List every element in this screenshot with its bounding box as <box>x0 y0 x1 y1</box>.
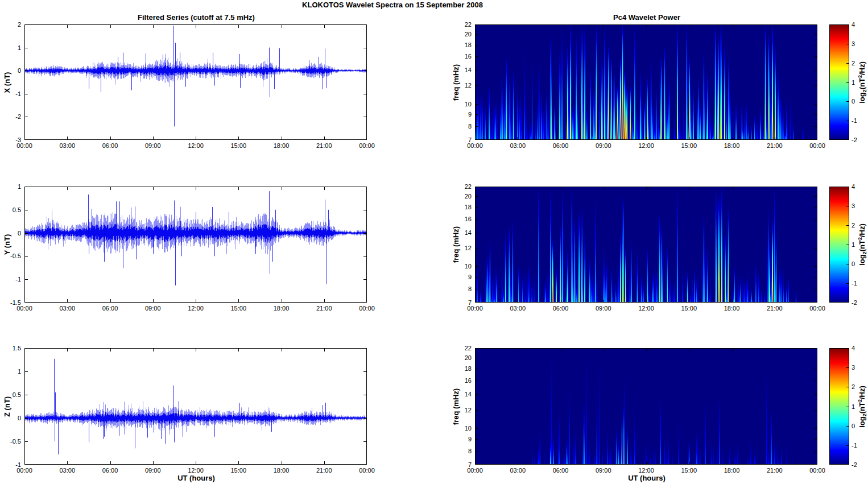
tick-label: 20 <box>460 193 472 200</box>
tick-label: 18 <box>460 204 472 211</box>
tick-label: 15:00 <box>230 142 246 150</box>
tick-label: 2 <box>852 60 855 67</box>
tick-label: 1.5 <box>0 345 21 352</box>
tick-label: 14 <box>460 67 472 74</box>
tick-label: 18:00 <box>724 142 740 150</box>
tick-label: -1 <box>852 442 857 449</box>
tick-label: 22 <box>460 345 472 352</box>
tick-label: 2 <box>0 21 21 28</box>
tick-label: 10 <box>460 425 472 432</box>
tick-label: 0 <box>852 98 855 105</box>
tick-label: 0 <box>852 423 855 430</box>
tick-label: 12 <box>460 245 472 252</box>
tick-label: -2 <box>852 299 857 307</box>
wavelet-x-canvas <box>475 24 817 140</box>
tick-label: 09:00 <box>145 467 161 474</box>
tick-label: 15:00 <box>681 467 697 474</box>
tick-label: 12:00 <box>188 142 204 150</box>
tick-label: 2 <box>852 222 855 229</box>
tick-label: 2 <box>852 383 855 391</box>
tick-label: 0 <box>0 230 21 237</box>
tick-label: -2 <box>852 136 857 144</box>
tick-label: 18 <box>460 365 472 373</box>
tick-label: 12 <box>460 407 472 414</box>
freq-axis-label-y: freq (mHz) <box>452 226 460 263</box>
figure-root: KLOKOTOS Wavelet Spectra on 15 September… <box>0 0 868 484</box>
tick-label: 06:00 <box>553 467 569 474</box>
tick-label: 1 <box>852 403 855 411</box>
left-column-title: Filtered Series (cutoff at 7.5 mHz) <box>138 13 255 22</box>
tick-label: -1 <box>852 117 857 125</box>
tick-label: 3 <box>852 202 855 210</box>
tick-label: 00:00 <box>809 467 825 474</box>
tick-label: -0.5 <box>0 438 21 445</box>
tick-label: 03:00 <box>510 305 526 312</box>
tick-label: 12:00 <box>638 467 654 474</box>
tick-label: 12:00 <box>188 305 204 312</box>
tick-label: -1 <box>0 276 21 283</box>
tick-label: -0.5 <box>0 253 21 260</box>
tick-label: 12 <box>460 82 472 89</box>
tick-label: 21:00 <box>316 142 332 150</box>
tick-label: 12:00 <box>638 305 654 312</box>
tick-label: 12:00 <box>188 467 204 474</box>
tick-label: 8 <box>460 286 472 293</box>
wavelet-z-canvas <box>475 348 817 465</box>
figure-title: KLOKOTOS Wavelet Spectra on 15 September… <box>302 1 483 9</box>
tick-label: 0.5 <box>0 206 21 214</box>
colorbar-label-y: log2(nT2/Hz) <box>857 224 868 266</box>
tick-label: 14 <box>460 391 472 398</box>
tick-label: 18:00 <box>724 467 740 474</box>
tick-label: 8 <box>460 123 472 130</box>
tick-label: 4 <box>852 183 855 191</box>
tick-label: 18:00 <box>724 305 740 312</box>
tick-label: 22 <box>460 183 472 191</box>
colorbar-label-z: log2(nT2/Hz) <box>857 386 868 428</box>
tick-label: 18 <box>460 42 472 49</box>
tick-label: 20 <box>460 31 472 38</box>
tick-label: 7 <box>460 136 472 144</box>
freq-axis-label-z: freq (mHz) <box>452 388 460 425</box>
colorbar-y-canvas <box>829 187 849 303</box>
x-axis-label-right: UT (hours) <box>628 474 666 482</box>
tick-label: 21:00 <box>767 142 783 150</box>
tick-label: 4 <box>852 345 855 352</box>
tick-label: 21:00 <box>316 305 332 312</box>
tick-label: 3 <box>852 40 855 48</box>
tick-label: 1 <box>0 183 21 191</box>
tick-label: 00:00 <box>809 305 825 312</box>
tick-label: 09:00 <box>596 467 611 474</box>
tick-label: 03:00 <box>59 142 75 150</box>
timeseries-y-canvas <box>24 187 367 303</box>
tick-label: 15:00 <box>681 305 697 312</box>
tick-label: 0 <box>0 67 21 75</box>
tick-label: 03:00 <box>510 467 526 474</box>
tick-label: 12:00 <box>638 142 654 150</box>
tick-label: 06:00 <box>102 467 118 474</box>
y-axis-label-y: Y (nT) <box>3 234 11 255</box>
colorbar-label-x: log2(nT2/Hz) <box>857 61 868 104</box>
tick-label: 22 <box>460 21 472 28</box>
tick-label: 8 <box>460 448 472 455</box>
y-axis-label-z: Z (nT) <box>3 396 11 417</box>
y-axis-label-x: X (nT) <box>3 72 11 93</box>
freq-axis-label-x: freq (mHz) <box>452 64 460 101</box>
timeseries-x-canvas <box>24 24 367 140</box>
tick-label: 09:00 <box>145 142 161 150</box>
right-column-title: Pc4 Wavelet Power <box>613 13 680 22</box>
tick-label: 18:00 <box>274 142 290 150</box>
tick-label: 1 <box>852 241 855 249</box>
tick-label: 00:00 <box>809 142 825 150</box>
tick-label: 10 <box>460 101 472 108</box>
colorbar-z-canvas <box>829 348 849 465</box>
tick-label: 9 <box>460 274 472 281</box>
tick-label: 06:00 <box>553 305 569 312</box>
tick-label: -1.5 <box>0 299 21 307</box>
tick-label: -1 <box>0 461 21 469</box>
tick-label: 18:00 <box>274 467 290 474</box>
tick-label: 00:00 <box>359 142 375 150</box>
tick-label: 16 <box>460 377 472 384</box>
tick-label: 21:00 <box>767 305 783 312</box>
tick-label: -1 <box>0 90 21 98</box>
tick-label: 09:00 <box>145 305 161 312</box>
